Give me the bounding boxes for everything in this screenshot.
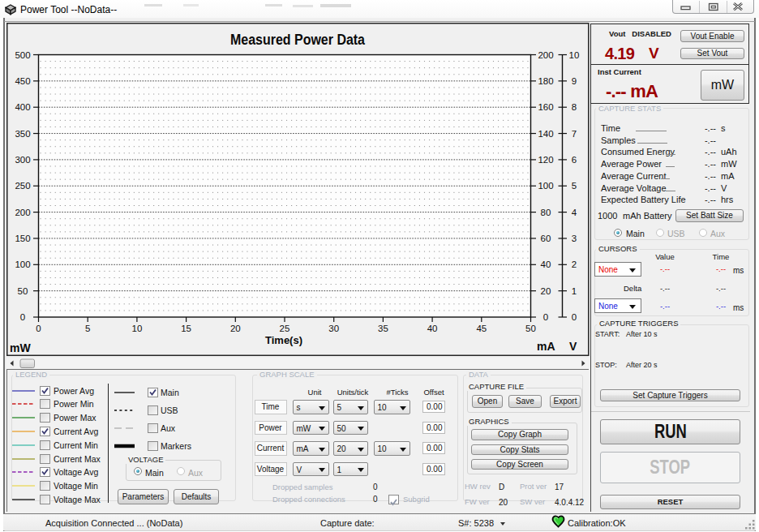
svg-text:3: 3 [572,234,577,243]
svg-text:15: 15 [181,324,191,333]
svg-text:4: 4 [572,208,577,217]
svg-text:2: 2 [572,260,577,269]
svg-text:0: 0 [543,312,548,322]
svg-text:10: 10 [132,324,143,333]
svg-text:mA: mA [537,340,555,353]
svg-text:5: 5 [572,181,577,191]
svg-text:8: 8 [572,102,577,112]
svg-text:50: 50 [525,324,536,333]
svg-text:200: 200 [15,208,30,217]
svg-text:Time(s): Time(s) [265,334,302,346]
svg-text:160: 160 [538,102,553,112]
svg-text:80: 80 [541,208,551,217]
svg-text:20: 20 [230,324,241,333]
svg-text:30: 30 [328,324,339,333]
svg-text:100: 100 [15,260,30,269]
svg-text:0: 0 [572,312,577,322]
svg-text:35: 35 [378,324,388,333]
svg-text:45: 45 [476,324,487,333]
svg-text:9: 9 [572,76,577,86]
svg-text:350: 350 [15,129,30,139]
svg-text:200: 200 [538,50,553,60]
svg-text:500: 500 [15,50,30,60]
svg-text:50: 50 [18,286,28,296]
svg-text:1: 1 [572,286,577,296]
svg-text:250: 250 [15,181,30,191]
svg-text:40: 40 [541,260,551,269]
svg-text:7: 7 [572,129,577,139]
svg-text:120: 120 [538,155,553,165]
svg-text:V: V [569,340,577,353]
svg-text:mW: mW [10,341,31,354]
svg-text:300: 300 [15,155,30,165]
svg-text:25: 25 [280,324,290,333]
svg-text:40: 40 [427,324,438,333]
svg-text:5: 5 [85,324,90,333]
svg-text:Measured Power Data: Measured Power Data [230,32,365,48]
svg-text:0: 0 [20,312,25,322]
svg-text:10: 10 [569,50,580,60]
svg-text:140: 140 [538,129,553,139]
svg-text:6: 6 [572,155,577,165]
svg-text:100: 100 [538,181,553,191]
svg-text:180: 180 [538,76,553,86]
svg-text:20: 20 [541,286,551,296]
svg-text:400: 400 [15,102,30,112]
svg-text:450: 450 [15,76,30,86]
svg-text:150: 150 [15,234,30,243]
svg-text:0: 0 [36,324,41,333]
svg-text:60: 60 [541,234,551,243]
